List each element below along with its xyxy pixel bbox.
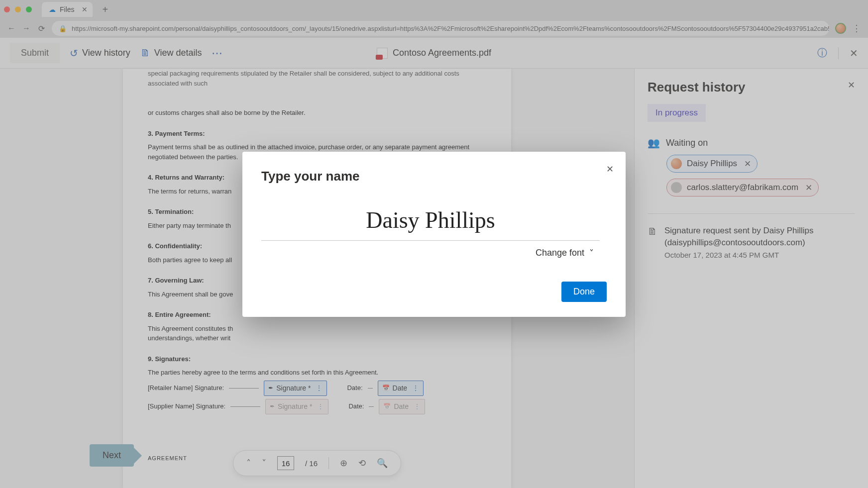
signature-name-input[interactable]	[261, 204, 600, 241]
modal-title: Type your name	[261, 169, 607, 184]
change-font-button[interactable]: Change font ˅	[536, 248, 594, 259]
modal-close-icon[interactable]: ✕	[606, 164, 614, 175]
done-button[interactable]: Done	[561, 282, 607, 302]
change-font-label: Change font	[536, 248, 584, 258]
type-name-modal: Type your name ✕ Change font ˅ Done	[242, 152, 626, 317]
chevron-down-icon: ˅	[589, 248, 594, 259]
